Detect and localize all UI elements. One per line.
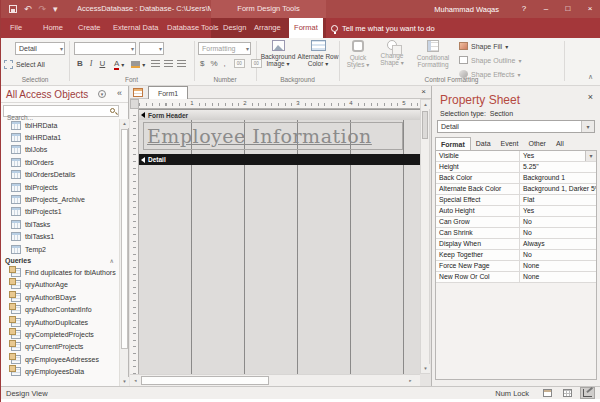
nav-item-table[interactable]: tblHRData [1,119,120,131]
tab-external-data[interactable]: External Data [113,18,158,38]
font-name-combo[interactable] [74,42,136,55]
object-selector-combo[interactable]: Detail [15,42,65,55]
nav-item-query[interactable]: qryAuthorContantInfo [1,303,120,315]
nav-menu-icon[interactable]: ▾ [98,90,106,98]
nav-item-table[interactable]: tblOrders [1,156,120,168]
currency-button[interactable]: $ [200,59,204,68]
horizontal-scrollbar[interactable]: ◂ ▸ [130,374,420,386]
shape-fill-button[interactable]: Shape Fill [459,42,508,50]
property-row[interactable]: Auto Height Yes [436,206,596,217]
property-row[interactable]: Force New Page None [436,261,596,272]
tab-all[interactable]: All [551,137,569,150]
property-row[interactable]: Height 5.25" [436,162,596,173]
nav-item-table[interactable]: tblOrdersDetails [1,169,120,181]
property-row[interactable]: Visible Yes [436,151,596,162]
tab-format[interactable]: Format [435,137,471,150]
form-header-grid[interactable]: Employee Information [139,120,420,154]
align-left-icon[interactable] [151,60,160,67]
tab-database-tools[interactable]: Database Tools [167,18,219,38]
nav-item-query[interactable]: qryAuthorDuplicates [1,316,120,328]
nav-item-query[interactable]: qryAuthorBDays [1,291,120,303]
user-name[interactable]: Muhammad Waqas [434,5,499,14]
nav-item-table[interactable]: tblHRData1 [1,131,120,143]
form-title-label[interactable]: Employee Information [143,122,403,150]
nav-item-table[interactable]: tblProjects [1,181,120,193]
document-close-icon[interactable]: × [421,87,426,96]
ruler-corner-box[interactable] [130,99,139,109]
group-collapse-icon[interactable]: ∧ [110,257,114,264]
chevron-down-icon[interactable] [142,61,145,68]
document-tab-form1[interactable]: Form1 [148,86,188,99]
nav-scrollbar[interactable]: ▲ ▼ [119,119,128,386]
nav-item-query[interactable]: qryAuthorAge [1,279,120,291]
minimize-icon[interactable]: – [535,0,557,18]
scroll-down-icon[interactable]: ▼ [421,364,430,373]
collapse-ribbon-icon[interactable]: ∧ [588,73,593,81]
nav-item-query[interactable]: Find duplicates for tblAuthors [1,266,120,278]
detail-grid[interactable] [139,165,420,374]
property-row[interactable]: New Row Or Col None [436,272,596,283]
bold-button[interactable]: B [77,59,83,68]
italic-button[interactable]: I [90,59,93,68]
nav-item-query[interactable]: qryCompletedProjects [1,328,120,340]
property-row[interactable]: Display When Always [436,239,596,250]
tab-home[interactable]: Home [43,18,63,38]
close-icon[interactable]: × [579,0,600,18]
nav-pane-title[interactable]: All Access Objects [6,89,88,100]
align-right-icon[interactable] [177,60,186,67]
font-color-button[interactable]: A [114,59,119,70]
chevron-down-icon[interactable] [581,121,594,132]
nav-item-table[interactable]: tblProjects1 [1,206,120,218]
scroll-right-icon[interactable]: ▸ [406,376,415,385]
nav-scrollbar-thumb[interactable] [121,129,128,349]
underline-button[interactable]: U [99,59,105,68]
undo-icon[interactable]: ↶ [24,4,32,14]
design-view-button[interactable] [580,387,595,399]
scroll-down-icon[interactable]: ▼ [120,377,129,386]
nav-item-table[interactable]: tblTasks1 [1,231,120,243]
property-row[interactable]: Can Grow No [436,217,596,228]
select-all-button[interactable]: Select All [4,60,45,69]
nav-item-table[interactable]: tblTasks [1,218,120,230]
save-icon[interactable] [9,5,17,13]
scroll-up-icon[interactable]: ▲ [120,119,129,128]
tab-design[interactable]: Design [223,18,246,38]
help-icon[interactable]: ? [513,0,535,18]
maximize-icon[interactable]: □ [557,0,579,18]
property-row[interactable]: Keep Together No [436,250,596,261]
vertical-scrollbar[interactable]: ▲ ▼ [420,99,430,374]
tab-format[interactable]: Format [289,18,323,38]
property-row[interactable]: Special Effect Flat [436,195,596,206]
scroll-up-icon[interactable]: ▲ [421,100,430,109]
nav-item-table[interactable]: Temp2 [1,243,120,255]
chevron-down-icon[interactable] [121,61,124,68]
nav-item-table[interactable]: tblJobs [1,144,120,156]
percent-button[interactable]: % [210,59,217,68]
datasheet-view-button[interactable] [560,387,575,399]
tell-me-box[interactable]: Tell me what you want to do [331,18,435,38]
search-box[interactable] [3,105,119,117]
nav-item-query[interactable]: qryCurrentProjects [1,341,120,353]
tab-other[interactable]: Other [523,137,551,150]
font-size-combo[interactable] [139,42,164,55]
align-center-icon[interactable] [164,60,173,67]
nav-item-query[interactable]: qryEmployeesData [1,365,120,377]
selection-combo[interactable]: Detail [437,120,595,133]
property-row[interactable]: Can Shrink No [436,228,596,239]
background-image-button[interactable]: Background Image [258,40,298,80]
vertical-scrollbar-thumb[interactable] [422,111,428,139]
nav-group-queries[interactable]: Queries ∧ [1,255,120,266]
chevron-down-icon[interactable] [585,151,596,161]
customize-qat-icon[interactable]: ▾ [53,4,58,14]
form-header-section-bar[interactable]: Form Header [139,109,420,120]
property-sheet-close-icon[interactable]: × [588,92,593,102]
nav-item-query[interactable]: qryEmployeeAddresses [1,353,120,365]
alternate-row-color-button[interactable]: Alternate Row Color [297,40,339,80]
scroll-left-icon[interactable]: ◂ [131,376,140,385]
horizontal-scrollbar-thumb[interactable] [141,376,269,385]
fill-color-icon[interactable] [131,61,140,68]
comma-button[interactable]: , [224,59,226,68]
tab-arrange[interactable]: Arrange [254,18,281,38]
detail-section-bar[interactable]: Detail [139,154,420,165]
tab-event[interactable]: Event [496,137,524,150]
